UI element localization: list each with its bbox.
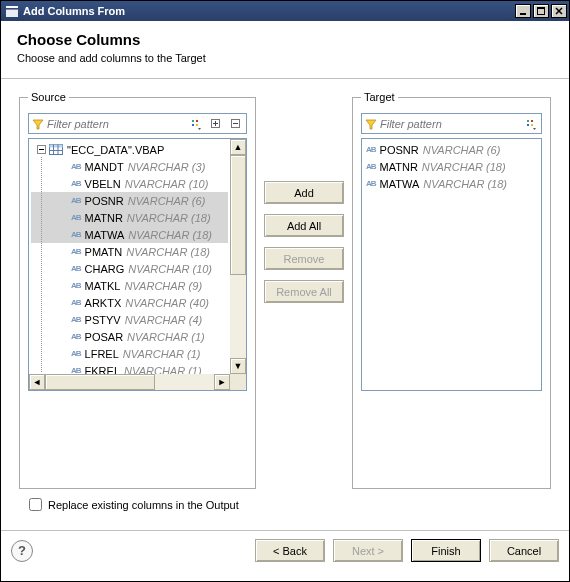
column-name: VBELN (85, 178, 121, 190)
column-name: POSNR (380, 144, 419, 156)
close-button[interactable] (551, 4, 567, 18)
column-name: POSNR (85, 195, 124, 207)
remove-button[interactable]: Remove (264, 247, 344, 270)
column-name: CHARG (85, 263, 125, 275)
column-type: NVARCHAR (18) (128, 229, 212, 241)
source-column-item[interactable]: ABCHARGNVARCHAR (10) (31, 260, 228, 277)
source-column-item[interactable]: ABMATWANVARCHAR (18) (31, 226, 228, 243)
column-type-icon: AB (71, 230, 81, 239)
column-name: PMATN (85, 246, 123, 258)
column-type: NVARCHAR (9) (124, 280, 202, 292)
source-column-item[interactable]: ABVBELNNVARCHAR (10) (31, 175, 228, 192)
column-type: NVARCHAR (18) (127, 212, 211, 224)
source-panel: Source (19, 91, 256, 489)
column-name: MATWA (85, 229, 125, 241)
wizard-header: Choose Columns Choose and add columns to… (1, 21, 569, 79)
svg-rect-0 (6, 6, 18, 8)
page-subtitle: Choose and add columns to the Target (17, 52, 553, 64)
filter-icon (362, 118, 380, 130)
target-filter-input[interactable] (380, 115, 521, 133)
source-column-item[interactable]: ABARKTXNVARCHAR (40) (31, 294, 228, 311)
next-button[interactable]: Next > (333, 539, 403, 562)
minimize-button[interactable] (515, 4, 531, 18)
source-column-item[interactable]: ABMATNRNVARCHAR (18) (31, 209, 228, 226)
source-column-item[interactable]: ABPSTYVNVARCHAR (4) (31, 311, 228, 328)
back-button[interactable]: < Back (255, 539, 325, 562)
table-icon (49, 144, 63, 156)
column-type: NVARCHAR (1) (123, 348, 201, 360)
column-type-icon: AB (71, 264, 81, 273)
source-column-item[interactable]: ABMATKLNVARCHAR (9) (31, 277, 228, 294)
column-type-icon: AB (366, 162, 376, 171)
maximize-button[interactable] (533, 4, 549, 18)
target-column-item[interactable]: ABMATWANVARCHAR (18) (366, 175, 537, 192)
cancel-button[interactable]: Cancel (489, 539, 559, 562)
vertical-scrollbar[interactable]: ▲▼ (230, 139, 246, 374)
column-type: NVARCHAR (6) (423, 144, 501, 156)
options-icon[interactable] (187, 115, 205, 133)
svg-rect-12 (196, 124, 198, 126)
column-type: NVARCHAR (6) (128, 195, 206, 207)
column-type-icon: AB (71, 315, 81, 324)
column-type: NVARCHAR (1) (127, 331, 205, 343)
svg-marker-25 (366, 120, 376, 129)
horizontal-scrollbar[interactable]: ◄► (29, 374, 230, 390)
options-icon[interactable] (522, 115, 540, 133)
app-icon (5, 4, 19, 18)
svg-marker-8 (33, 120, 43, 129)
source-tree[interactable]: "ECC_DATA".VBAP ABMANDTNVARCHAR (3)ABVBE… (28, 138, 247, 391)
source-column-item[interactable]: ABFKRELNVARCHAR (1) (31, 362, 228, 374)
column-name: ARKTX (85, 297, 122, 309)
column-type-icon: AB (71, 179, 81, 188)
target-list[interactable]: ABPOSNRNVARCHAR (6)ABMATNRNVARCHAR (18)A… (361, 138, 542, 391)
target-legend: Target (361, 91, 398, 103)
svg-rect-9 (192, 120, 194, 122)
remove-all-button[interactable]: Remove All (264, 280, 344, 303)
svg-rect-1 (6, 9, 18, 17)
add-all-button[interactable]: Add All (264, 214, 344, 237)
column-type-icon: AB (366, 179, 376, 188)
column-type: NVARCHAR (10) (128, 263, 212, 275)
column-type: NVARCHAR (18) (422, 161, 506, 173)
titlebar: Add Columns From (1, 1, 569, 21)
column-type-icon: AB (71, 247, 81, 256)
column-name: MANDT (85, 161, 124, 173)
source-column-item[interactable]: ABPOSARNVARCHAR (1) (31, 328, 228, 345)
source-column-item[interactable]: ABPMATNNVARCHAR (18) (31, 243, 228, 260)
source-column-item[interactable]: ABMANDTNVARCHAR (3) (31, 158, 228, 175)
column-name: MATWA (380, 178, 420, 190)
svg-rect-29 (531, 124, 533, 126)
collapse-icon[interactable] (35, 144, 47, 156)
column-type-icon: AB (71, 196, 81, 205)
column-name: MATKL (85, 280, 121, 292)
help-icon[interactable]: ? (11, 540, 33, 562)
column-name: MATNR (85, 212, 123, 224)
column-type: NVARCHAR (4) (125, 314, 203, 326)
expand-all-icon[interactable] (207, 115, 225, 133)
target-column-item[interactable]: ABPOSNRNVARCHAR (6) (366, 141, 537, 158)
svg-rect-3 (520, 13, 526, 15)
column-type: NVARCHAR (1) (124, 365, 202, 375)
svg-rect-11 (192, 124, 194, 126)
column-type-icon: AB (71, 281, 81, 290)
column-type-icon: AB (366, 145, 376, 154)
column-type: NVARCHAR (10) (125, 178, 209, 190)
column-type-icon: AB (71, 366, 81, 374)
column-type: NVARCHAR (18) (423, 178, 507, 190)
source-filter-input[interactable] (47, 115, 186, 133)
tree-root[interactable]: "ECC_DATA".VBAP (31, 141, 228, 158)
source-legend: Source (28, 91, 69, 103)
source-column-item[interactable]: ABLFRELNVARCHAR (1) (31, 345, 228, 362)
target-column-item[interactable]: ABMATNRNVARCHAR (18) (366, 158, 537, 175)
column-type-icon: AB (71, 298, 81, 307)
column-type: NVARCHAR (3) (128, 161, 206, 173)
finish-button[interactable]: Finish (411, 539, 481, 562)
replace-existing-checkbox[interactable] (29, 498, 42, 511)
svg-rect-2 (6, 9, 18, 10)
svg-rect-28 (527, 124, 529, 126)
add-button[interactable]: Add (264, 181, 344, 204)
column-name: MATNR (380, 161, 418, 173)
collapse-all-icon[interactable] (227, 115, 245, 133)
source-column-item[interactable]: ABPOSNRNVARCHAR (6) (31, 192, 228, 209)
column-type: NVARCHAR (18) (126, 246, 210, 258)
